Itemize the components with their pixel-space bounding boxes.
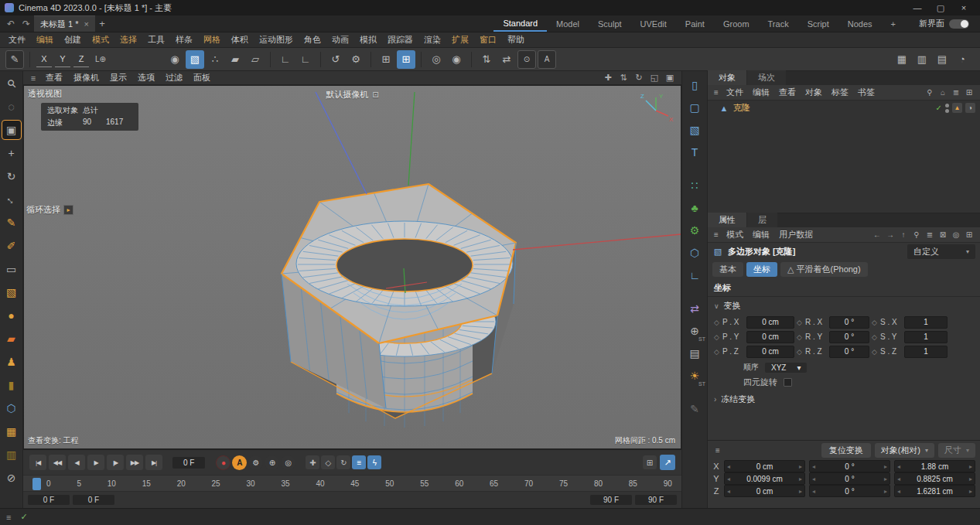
- pan-icon[interactable]: ✚: [601, 72, 615, 84]
- dolly-icon[interactable]: ⇅: [616, 72, 630, 84]
- screen-icon[interactable]: ▤: [685, 344, 705, 363]
- search-icon[interactable]: ⚲: [924, 87, 935, 98]
- menu-item[interactable]: 模式: [87, 34, 114, 46]
- key-selection-button[interactable]: ◎: [281, 455, 295, 470]
- document-tab[interactable]: 未标题 1 * ×: [34, 15, 95, 32]
- rotation-field[interactable]: 0 °: [829, 316, 869, 329]
- panel-icon[interactable]: ⊞: [964, 87, 975, 98]
- menu-item[interactable]: 工具: [142, 34, 170, 46]
- keyframe-dot-icon[interactable]: ◇: [872, 348, 878, 356]
- scale-field[interactable]: 1: [904, 331, 948, 343]
- om-menu-item[interactable]: 文件: [722, 87, 748, 98]
- attr-hamburger-icon[interactable]: ≡: [711, 230, 722, 240]
- om-menu-item[interactable]: 编辑: [748, 87, 774, 98]
- keyframe-settings-button[interactable]: ⚙: [248, 455, 263, 470]
- object-name[interactable]: 克隆: [733, 102, 750, 114]
- brush-icon[interactable]: ✎: [685, 400, 705, 418]
- coords-rotation-field[interactable]: ◂0 °▸: [809, 485, 890, 497]
- viewport-menu-item[interactable]: 面板: [188, 72, 216, 84]
- film-add-icon[interactable]: ▥: [913, 50, 931, 69]
- phong-tag-icon[interactable]: ◑: [965, 103, 975, 113]
- back-icon[interactable]: ←: [872, 230, 883, 240]
- layout-tab[interactable]: Groom: [714, 15, 759, 32]
- enable-axis-icon[interactable]: ◉: [166, 50, 184, 69]
- coords-mode-dropdown[interactable]: 对象(相对)▾: [875, 443, 934, 458]
- polygon-selection-tag-icon[interactable]: ▲: [952, 103, 962, 113]
- coords-hamburger-icon[interactable]: ≡: [712, 445, 723, 456]
- layout-tab[interactable]: Track: [759, 15, 798, 32]
- position-field[interactable]: 0 cm: [746, 346, 794, 358]
- play-button[interactable]: ▶: [87, 455, 104, 470]
- menu-item[interactable]: 渲染: [418, 34, 446, 46]
- sphere-primitive-icon[interactable]: ●: [2, 306, 21, 325]
- up-icon[interactable]: ↑: [898, 230, 909, 240]
- attr-menu-item[interactable]: 模式: [722, 229, 748, 240]
- viewport-menu-item[interactable]: 显示: [104, 72, 132, 84]
- coords-rotation-field[interactable]: ◂0 °▸: [809, 460, 890, 472]
- om-menu-item[interactable]: 查看: [774, 87, 801, 98]
- scale-icon[interactable]: ↔: [0, 186, 23, 213]
- effector-icon[interactable]: ♣: [685, 199, 705, 217]
- new-ui-toggle[interactable]: [949, 19, 969, 29]
- keyframe-dot-icon[interactable]: ◇: [872, 319, 878, 326]
- toggle-rotation[interactable]: ↻: [336, 455, 350, 469]
- viewport-menu-item[interactable]: 摄像机: [68, 72, 104, 84]
- range-end-field-2[interactable]: 90 F: [635, 495, 677, 505]
- quaternion-checkbox[interactable]: [784, 378, 792, 387]
- axis-lock-button[interactable]: X: [36, 52, 52, 67]
- rotation-field[interactable]: 0 °: [829, 346, 869, 358]
- attr-section-tab[interactable]: 平滑着色(Phong): [780, 262, 868, 277]
- loop-selection-icon[interactable]: ▣: [2, 121, 21, 139]
- cylinder-primitive-icon[interactable]: ▥: [2, 445, 21, 464]
- layout-tab[interactable]: Sculpt: [589, 15, 631, 32]
- coords-size-field[interactable]: ◂1.88 cm▸: [894, 460, 975, 472]
- coords-position-field[interactable]: ◂0 cm▸: [724, 460, 805, 472]
- tank-primitive-icon[interactable]: ▮: [2, 376, 21, 394]
- render-settings-icon[interactable]: ◉: [447, 50, 466, 69]
- next-frame-button[interactable]: |▶: [107, 455, 124, 470]
- cloner-icon[interactable]: ∷: [685, 176, 705, 195]
- coords-position-field[interactable]: ◂0 cm▸: [724, 485, 805, 497]
- undo-icon[interactable]: ↶: [3, 19, 19, 29]
- layout-icon[interactable]: ⊞: [964, 230, 975, 240]
- position-field[interactable]: 0 cm: [746, 316, 794, 329]
- polygon-mode-icon[interactable]: ▰: [226, 50, 244, 69]
- coords-size-dropdown[interactable]: 尺寸▾: [938, 443, 975, 458]
- attr-section-tab[interactable]: 基本: [712, 262, 743, 277]
- reset-transform-button[interactable]: 复位变换: [821, 443, 871, 458]
- globe-st-icon[interactable]: ⊕ ST: [685, 322, 705, 340]
- visibility-dots[interactable]: [945, 104, 949, 113]
- quantize-icon[interactable]: ⊞: [377, 50, 395, 69]
- om-menu-item[interactable]: 书签: [853, 87, 879, 98]
- timeline-ruler[interactable]: 051015202530354045505560657075808590: [23, 475, 681, 492]
- forward-icon[interactable]: →: [885, 230, 896, 240]
- menu-item[interactable]: 运动图形: [254, 34, 299, 46]
- hexagon-spline-icon[interactable]: ⬡: [2, 399, 21, 418]
- menu-item[interactable]: 帮助: [502, 34, 530, 46]
- close-tab-icon[interactable]: ×: [84, 19, 89, 29]
- annotate-icon[interactable]: A: [538, 50, 556, 69]
- current-frame-field[interactable]: 0 F: [172, 457, 205, 469]
- timeline-window-icon[interactable]: ↗: [660, 455, 675, 470]
- loop-selection-icon[interactable]: ▸: [63, 205, 73, 215]
- next-key-button[interactable]: ▶▶: [126, 455, 143, 470]
- viewport-menu-item[interactable]: 选项: [132, 72, 160, 84]
- target-icon[interactable]: ◎: [951, 230, 961, 240]
- toggle-scale[interactable]: ◇: [321, 455, 335, 469]
- menu-item[interactable]: 窗口: [474, 34, 502, 46]
- axis-lock-button[interactable]: Z: [73, 52, 89, 67]
- order-dropdown[interactable]: XYZ▾: [765, 363, 807, 373]
- rotate-icon[interactable]: ↻: [2, 167, 21, 186]
- object-manager-tab[interactable]: 场次: [747, 70, 786, 85]
- scale-field[interactable]: 1: [904, 316, 948, 329]
- layout-page-icon[interactable]: ▯: [685, 76, 705, 94]
- keyframe-dot-icon[interactable]: ◇: [872, 333, 878, 341]
- goto-start-button[interactable]: |◀: [29, 455, 46, 470]
- menu-item[interactable]: 编辑: [31, 34, 59, 46]
- range-start-field-2[interactable]: 0 F: [73, 495, 114, 505]
- filter-icon[interactable]: ≣: [951, 87, 961, 98]
- range-end-field[interactable]: 90 F: [590, 495, 632, 505]
- modeling-settings-icon[interactable]: ⚙: [347, 50, 365, 69]
- attributes-tab[interactable]: 层: [747, 213, 777, 227]
- snap-icon[interactable]: ⊞: [397, 50, 415, 69]
